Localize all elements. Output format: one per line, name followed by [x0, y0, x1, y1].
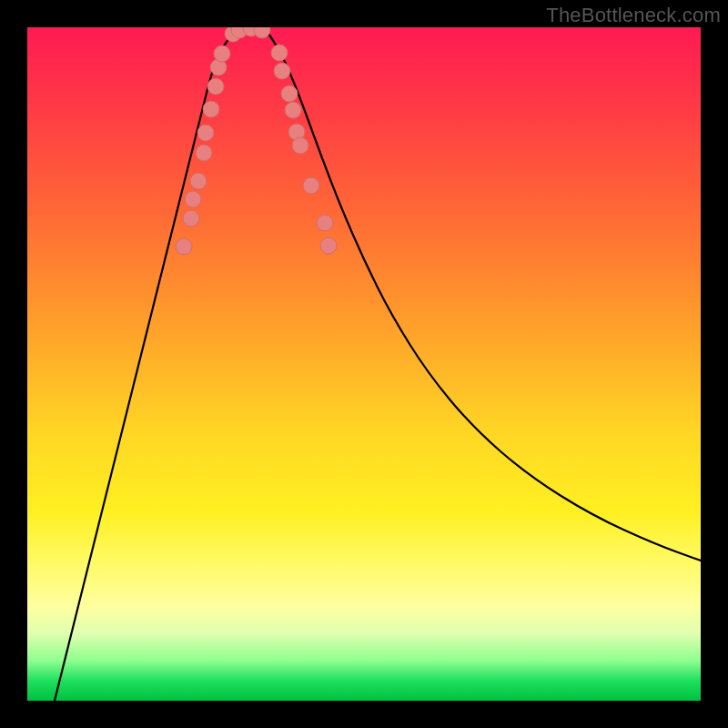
data-markers-group — [176, 27, 337, 255]
data-marker — [292, 137, 308, 154]
data-marker — [207, 78, 224, 95]
curve-group — [55, 27, 701, 701]
data-marker — [271, 45, 288, 61]
data-marker — [190, 173, 207, 189]
data-marker — [203, 101, 219, 117]
bottleneck-curve — [55, 27, 701, 701]
data-marker — [196, 145, 212, 161]
data-marker — [320, 238, 337, 254]
chart-svg — [27, 27, 701, 701]
data-marker — [303, 177, 319, 194]
data-marker — [197, 125, 214, 141]
data-marker — [274, 63, 290, 79]
data-marker — [183, 210, 199, 227]
data-marker — [176, 238, 192, 255]
chart-plot-area — [27, 27, 701, 701]
data-marker — [254, 27, 270, 38]
data-marker — [317, 215, 333, 231]
data-marker — [285, 102, 301, 118]
data-marker — [185, 191, 201, 207]
data-marker — [214, 46, 230, 62]
watermark-text: TheBottleneck.com — [546, 4, 721, 27]
data-marker — [281, 86, 298, 102]
